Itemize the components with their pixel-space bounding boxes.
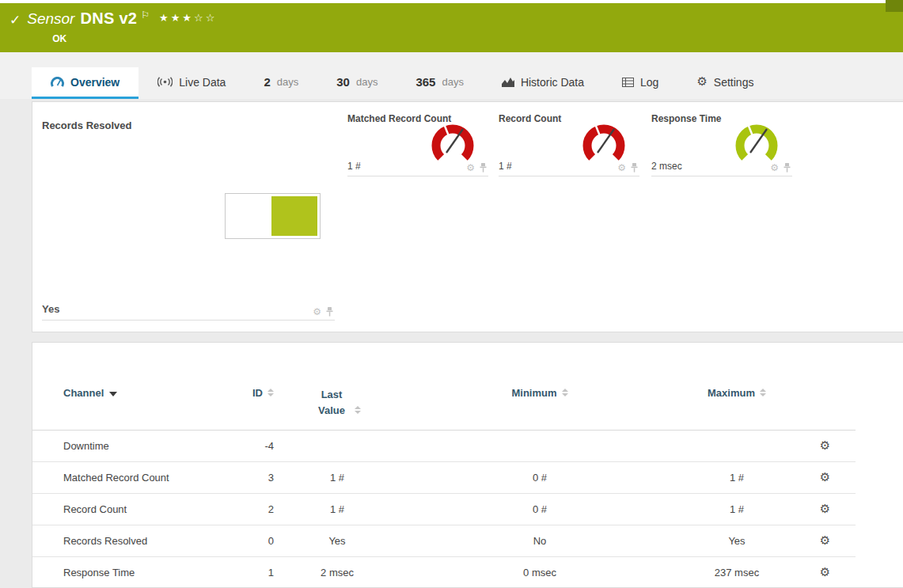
tab-unit: days	[442, 76, 463, 88]
log-icon	[622, 78, 634, 87]
channel-minimum	[400, 431, 679, 462]
channel-settings-gear-icon[interactable]: ⚙	[820, 502, 830, 516]
channel-maximum: Yes	[679, 525, 795, 557]
col-label: Channel	[63, 387, 104, 399]
gauge-arc	[729, 119, 784, 167]
tab-30-days[interactable]: 30 days	[317, 67, 396, 99]
col-label: Maximum	[708, 387, 755, 399]
gauge-record-count: Record Count 1 # ⚙	[499, 113, 639, 176]
channel-row[interactable]: Matched Record Count 3 1 # 0 # 1 # ⚙	[32, 462, 856, 494]
flag-icon[interactable]: ⚐	[141, 9, 150, 21]
tab-unit: days	[277, 76, 298, 88]
channel-last-value: 1 #	[274, 462, 400, 494]
col-label: ID	[252, 387, 263, 399]
gauge-actions: ⚙	[770, 163, 791, 173]
channel-maximum: 237 msec	[679, 557, 795, 588]
channel-id: 1	[214, 557, 274, 588]
col-header-channel[interactable]: Channel	[32, 387, 214, 431]
channel-name: Matched Record Count	[32, 462, 214, 494]
table-header-row: Channel ID Last Value Minimum Maximum	[32, 387, 856, 431]
channel-row[interactable]: Record Count 2 1 # 0 # 1 # ⚙	[32, 494, 856, 525]
priority-stars[interactable]: ★★★☆☆	[159, 12, 217, 24]
channel-row[interactable]: Response Time 1 2 msec 0 msec 237 msec ⚙	[32, 557, 856, 588]
tab-bar: Overview Live Data 2 days 30 days 365 da…	[0, 52, 903, 99]
sort-caret-icon	[109, 392, 117, 396]
channel-name: Response Time	[32, 557, 214, 588]
col-header-actions	[795, 387, 856, 431]
gauge-actions: ⚙	[466, 163, 487, 173]
tab-label: Live Data	[179, 76, 226, 89]
tab-overview[interactable]: Overview	[32, 67, 138, 99]
sensor-header: ✓ Sensor DNS v2 ⚐ ★★★☆☆ OK	[0, 3, 903, 52]
col-header-last-value[interactable]: Last Value	[274, 387, 400, 431]
tab-historic-data[interactable]: Historic Data	[483, 67, 603, 99]
sort-icon	[355, 406, 361, 414]
pin-icon[interactable]	[480, 163, 487, 173]
col-header-maximum[interactable]: Maximum	[679, 387, 795, 431]
gauge-value: 2 msec	[651, 161, 682, 172]
gauge-actions: ⚙	[617, 163, 638, 173]
settings-gear-icon[interactable]: ⚙	[466, 163, 475, 173]
tab-number: 365	[415, 75, 435, 89]
channel-actions-cell: ⚙	[795, 431, 856, 462]
settings-gear-icon[interactable]: ⚙	[770, 163, 779, 173]
tab-settings[interactable]: ⚙ Settings	[677, 67, 772, 99]
channel-last-value: 2 msec	[274, 557, 400, 588]
channel-settings-gear-icon[interactable]: ⚙	[820, 470, 830, 484]
title-row: Sensor DNS v2 ⚐ ★★★☆☆	[27, 9, 217, 28]
records-resolved-title: Records Resolved	[42, 119, 335, 131]
channel-maximum	[679, 431, 795, 462]
live-signal-icon	[157, 77, 173, 87]
pin-icon[interactable]	[783, 163, 791, 173]
channel-name: Records Resolved	[32, 525, 214, 557]
gauge-matched-record-count: Matched Record Count 1 # ⚙	[347, 113, 488, 176]
records-resolved-block: Records Resolved Yes ⚙	[42, 119, 335, 321]
settings-gear-icon[interactable]: ⚙	[313, 307, 321, 317]
channel-minimum: 0 msec	[400, 557, 679, 588]
records-resolved-value: Yes	[42, 303, 59, 315]
col-header-id[interactable]: ID	[214, 387, 274, 431]
channel-name: Record Count	[32, 494, 214, 525]
channel-id: -4	[214, 431, 274, 462]
tab-unit: days	[356, 76, 378, 88]
channel-row[interactable]: Records Resolved 0 Yes No Yes ⚙	[32, 525, 856, 557]
channel-settings-gear-icon[interactable]: ⚙	[820, 565, 830, 579]
tab-label: Log	[640, 76, 658, 89]
channel-id: 0	[214, 525, 274, 557]
channel-actions-cell: ⚙	[795, 494, 856, 525]
tab-365-days[interactable]: 365 days	[396, 67, 483, 99]
gauge-icon	[51, 77, 64, 87]
pin-icon[interactable]	[326, 307, 333, 317]
channel-last-value: Yes	[274, 525, 400, 557]
tab-live-data[interactable]: Live Data	[138, 67, 245, 99]
tab-label: Overview	[70, 76, 120, 89]
page-title: DNS v2	[80, 9, 137, 28]
sort-icon	[562, 389, 568, 396]
col-label: Minimum	[511, 387, 556, 399]
settings-gear-icon[interactable]: ⚙	[617, 163, 626, 173]
channel-last-value	[274, 431, 400, 462]
channel-maximum: 1 #	[679, 462, 795, 494]
channel-settings-gear-icon[interactable]: ⚙	[820, 438, 830, 453]
sensor-kind-label: Sensor	[27, 10, 74, 28]
tab-log[interactable]: Log	[603, 67, 677, 99]
channel-settings-gear-icon[interactable]: ⚙	[820, 533, 830, 548]
tab-2-days[interactable]: 2 days	[245, 67, 317, 99]
channel-actions-cell: ⚙	[795, 557, 856, 588]
ok-check-icon: ✓	[9, 12, 21, 28]
pin-icon[interactable]	[631, 163, 638, 173]
channel-id: 2	[214, 494, 274, 525]
channels-panel: Channel ID Last Value Minimum Maximum	[32, 342, 903, 588]
sort-icon	[760, 389, 766, 396]
channel-minimum: 0 #	[400, 494, 679, 525]
channel-row[interactable]: Downtime -4 ⚙	[32, 431, 856, 462]
col-header-minimum[interactable]: Minimum	[400, 387, 679, 431]
channel-maximum: 1 #	[679, 494, 795, 525]
chart-icon	[502, 77, 514, 87]
channel-actions-cell: ⚙	[795, 462, 856, 494]
status-badge: OK	[52, 33, 217, 44]
channel-name: Downtime	[32, 431, 214, 462]
channel-minimum: No	[400, 525, 679, 557]
gauge-arc	[576, 119, 632, 167]
header-corner-accent	[886, 0, 903, 12]
